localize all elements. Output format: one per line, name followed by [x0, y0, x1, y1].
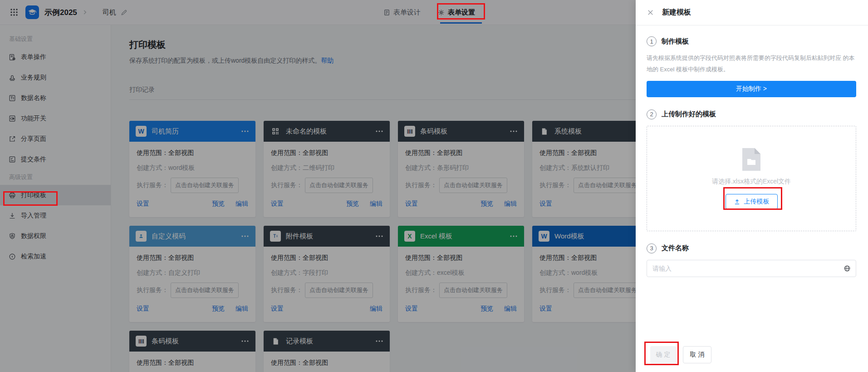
- cancel-button[interactable]: 取 消: [683, 346, 711, 363]
- start-making-button[interactable]: 开始制作 >: [647, 81, 856, 97]
- upload-button-label: 上传模板: [744, 198, 770, 206]
- step1-title: 制作模板: [662, 37, 689, 46]
- step3-title: 文件名称: [662, 244, 689, 253]
- step2-number: 2: [647, 109, 657, 119]
- upload-icon: [734, 198, 740, 205]
- drawer-header: 新建模板: [636, 0, 868, 25]
- step2-header: 2 上传制作好的模板: [647, 109, 856, 119]
- step1-number: 1: [647, 36, 657, 46]
- file-name-input[interactable]: [647, 260, 856, 277]
- drawer-title: 新建模板: [662, 8, 691, 17]
- upload-dropzone[interactable]: 请选择.xlsx格式的Excel文件 上传模板: [647, 126, 856, 231]
- new-template-drawer: 新建模板 1 制作模板 请先根据系统提供的字段代码对照表将所需要的字段代码复制后…: [636, 0, 868, 372]
- upload-template-button[interactable]: 上传模板: [726, 194, 778, 209]
- file-placeholder-icon: [741, 147, 761, 172]
- upload-hint: 请选择.xlsx格式的Excel文件: [712, 178, 791, 186]
- step2-title: 上传制作好的模板: [662, 110, 716, 119]
- drawer-footer: 确 定 取 消: [650, 346, 711, 363]
- close-icon[interactable]: [647, 9, 654, 16]
- step3-number: 3: [647, 243, 657, 253]
- step1-description: 请先根据系统提供的字段代码对照表将所需要的字段代码复制后粘贴到对应 的本地的 E…: [647, 52, 856, 75]
- step3-header: 3 文件名称: [647, 243, 856, 253]
- globe-icon[interactable]: [843, 265, 851, 272]
- confirm-button[interactable]: 确 定: [650, 346, 676, 363]
- modal-dim-overlay: [0, 0, 636, 372]
- step1-header: 1 制作模板: [647, 36, 856, 46]
